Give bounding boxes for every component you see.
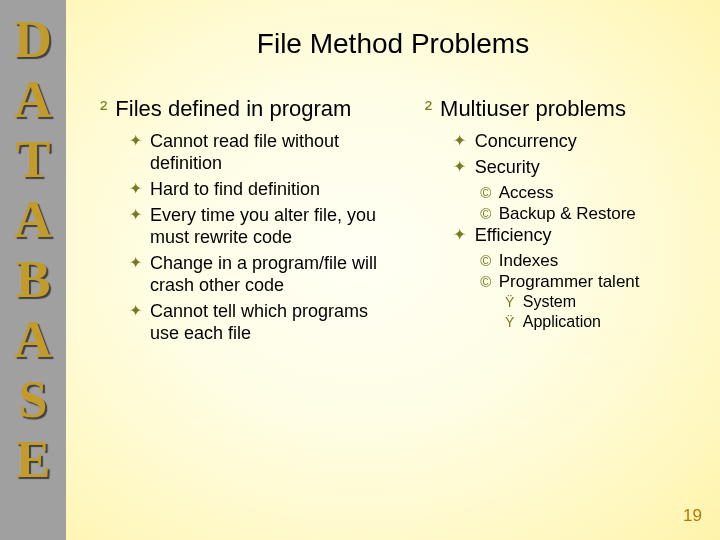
- list-item: ✦ Every time you alter file, you must re…: [128, 204, 395, 248]
- sub-item: © Indexes: [479, 250, 690, 271]
- copyright-bullet-icon: ©: [479, 203, 493, 224]
- star-bullet-icon: ✦: [128, 204, 142, 226]
- copyright-bullet-icon: ©: [479, 271, 493, 292]
- sub-sub-item: Ÿ System: [503, 292, 690, 312]
- sidebar-letter: A: [14, 310, 52, 370]
- item-text: Hard to find definition: [150, 178, 320, 200]
- list-item: ✦ Security: [453, 156, 690, 178]
- sub-item: © Programmer talent: [479, 271, 690, 292]
- item-text: Backup & Restore: [499, 203, 636, 224]
- sub-item: © Backup & Restore: [479, 203, 690, 224]
- sidebar-letter: B: [16, 250, 51, 310]
- diamond-bullet-icon: ²: [425, 96, 432, 122]
- copyright-bullet-icon: ©: [479, 250, 493, 271]
- content-area: ² Files defined in program ✦ Cannot read…: [100, 96, 690, 348]
- sidebar-letter: E: [16, 430, 51, 490]
- sidebar-letter: A: [14, 70, 52, 130]
- item-text: Cannot read file without definition: [150, 130, 395, 174]
- item-text: Access: [499, 182, 554, 203]
- star-bullet-icon: ✦: [453, 224, 467, 246]
- sidebar-letter: D: [14, 10, 52, 70]
- y-bullet-icon: Ÿ: [503, 312, 517, 332]
- item-text: Efficiency: [475, 224, 552, 246]
- star-bullet-icon: ✦: [128, 252, 142, 274]
- star-bullet-icon: ✦: [453, 130, 467, 152]
- item-text: Change in a program/file will crash othe…: [150, 252, 395, 296]
- sub-sub-item: Ÿ Application: [503, 312, 690, 332]
- sub-item: © Access: [479, 182, 690, 203]
- heading-right: ² Multiuser problems: [425, 96, 690, 122]
- sidebar-letter: A: [14, 190, 52, 250]
- page-number: 19: [683, 506, 702, 526]
- star-bullet-icon: ✦: [128, 178, 142, 200]
- slide-title: File Method Problems: [66, 28, 720, 60]
- item-text: Concurrency: [475, 130, 577, 152]
- slide: D A T A B A S E File Method Problems ² F…: [0, 0, 720, 540]
- heading-text: Multiuser problems: [440, 96, 626, 122]
- sidebar-letter: T: [16, 130, 51, 190]
- item-text: Security: [475, 156, 540, 178]
- heading-text: Files defined in program: [115, 96, 351, 122]
- diamond-bullet-icon: ²: [100, 96, 107, 122]
- sidebar-database-letters: D A T A B A S E: [0, 0, 66, 540]
- item-text: Cannot tell which programs use each file: [150, 300, 395, 344]
- right-column: ² Multiuser problems ✦ Concurrency ✦ Sec…: [425, 96, 690, 348]
- item-text: Indexes: [499, 250, 559, 271]
- sidebar-letter: S: [19, 370, 48, 430]
- item-text: Every time you alter file, you must rewr…: [150, 204, 395, 248]
- list-item: ✦ Change in a program/file will crash ot…: [128, 252, 395, 296]
- item-text: Programmer talent: [499, 271, 640, 292]
- list-item: ✦ Concurrency: [453, 130, 690, 152]
- list-item: ✦ Cannot read file without definition: [128, 130, 395, 174]
- y-bullet-icon: Ÿ: [503, 292, 517, 312]
- list-item: ✦ Efficiency: [453, 224, 690, 246]
- left-column: ² Files defined in program ✦ Cannot read…: [100, 96, 395, 348]
- star-bullet-icon: ✦: [453, 156, 467, 178]
- star-bullet-icon: ✦: [128, 130, 142, 152]
- item-text: Application: [523, 312, 601, 332]
- list-item: ✦ Hard to find definition: [128, 178, 395, 200]
- copyright-bullet-icon: ©: [479, 182, 493, 203]
- item-text: System: [523, 292, 576, 312]
- heading-left: ² Files defined in program: [100, 96, 395, 122]
- list-item: ✦ Cannot tell which programs use each fi…: [128, 300, 395, 344]
- star-bullet-icon: ✦: [128, 300, 142, 322]
